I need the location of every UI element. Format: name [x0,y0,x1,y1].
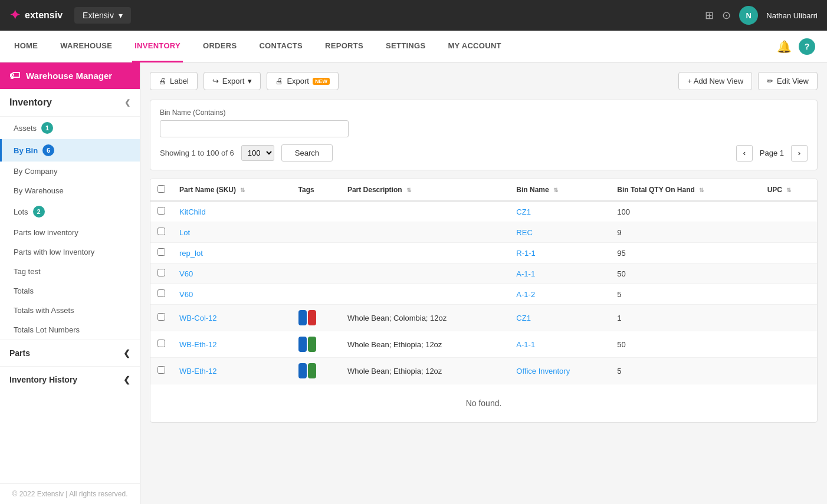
cell-bin-name[interactable]: A-1-1 [509,263,610,284]
parts-collapse-icon[interactable]: ❮ [123,348,130,358]
row-checkbox[interactable] [157,207,165,215]
notification-bell-icon[interactable]: 🔔 [777,39,792,54]
edit-view-button[interactable]: ✏ Edit View [758,72,818,90]
sort-icon-desc[interactable]: ⇅ [406,187,411,193]
cell-qty: 50 [610,331,760,358]
sort-icon-upc[interactable]: ⇅ [786,187,791,193]
cell-part-name[interactable]: KitChild [172,201,291,222]
data-table: Part Name (SKU) ⇅ Tags Part Description … [150,179,817,384]
cell-qty: 9 [610,222,760,243]
cell-qty: 1 [610,305,760,331]
extensiv-dropdown[interactable]: Extensiv ▾ [74,7,131,24]
export-button[interactable]: ↪ Export ▾ [204,72,261,90]
table-row: WB-Eth-12Whole Bean; Ethiopia; 12ozOffic… [150,358,817,384]
nav-item-inventory[interactable]: INVENTORY [132,31,183,62]
filter-area: Bin Name (Contains) Showing 1 to 100 of … [150,100,818,170]
sidebar-item-by-bin[interactable]: By Bin 6 [0,139,140,162]
grid-icon[interactable]: ⊞ [705,9,714,22]
row-checkbox[interactable] [157,366,165,374]
cell-tags [291,243,340,263]
nav-item-myaccount[interactable]: MY ACCOUNT [445,31,503,62]
cell-part-name[interactable]: WB-Eth-12 [172,358,291,384]
table-row: V60A-1-150 [150,263,817,284]
cell-bin-name[interactable]: A-1-2 [509,284,610,305]
top-bar-left: ✦ extensiv Extensiv ▾ [9,7,131,24]
page-label: Page 1 [755,149,789,157]
table-row: WB-Col-12Whole Bean; Colombia; 12ozCZ11 [150,305,817,331]
cell-bin-name[interactable]: REC [509,222,610,243]
add-new-view-button[interactable]: + Add New View [678,72,752,90]
row-checkbox[interactable] [157,289,165,297]
cell-bin-name[interactable]: R-1-1 [509,243,610,263]
nav-item-settings[interactable]: SETTINGS [383,31,428,62]
sort-icon-bin[interactable]: ⇅ [553,187,558,193]
cell-upc [760,243,817,263]
no-found-text: No found. [150,384,817,422]
help-button[interactable]: ? [799,38,815,55]
sidebar-item-assets[interactable]: Assets 1 [0,117,140,139]
inv-history-collapse-icon[interactable]: ❮ [123,375,130,384]
nav-item-warehouse[interactable]: WAREHOUSE [58,31,114,62]
cell-bin-name[interactable]: CZ1 [509,305,610,331]
label-btn-text: Label [170,77,189,85]
select-all-checkbox[interactable] [157,185,165,193]
sidebar-footer: © 2022 Extensiv | All rights reserved. [0,483,140,504]
per-page-select[interactable]: 10 25 50 100 250 [241,145,274,161]
edit-icon: ✏ [767,77,773,85]
row-checkbox-cell [150,358,172,384]
next-page-button[interactable]: › [791,145,808,162]
nav-item-home[interactable]: HOME [12,31,40,62]
row-checkbox[interactable] [157,269,165,276]
globe-icon[interactable]: ⊙ [722,9,731,22]
toolbar: 🖨 Label ↪ Export ▾ 🖨 Export NEW + Add Ne… [150,72,818,90]
sort-icon[interactable]: ⇅ [240,187,245,193]
toolbar-left: 🖨 Label ↪ Export ▾ 🖨 Export NEW [150,72,339,90]
cell-part-name[interactable]: WB-Col-12 [172,305,291,331]
sidebar-collapse-icon[interactable]: ❮ [124,98,130,107]
cell-bin-name[interactable]: Office Inventory [509,358,610,384]
sidebar-item-totals-lot-numbers[interactable]: Totals Lot Numbers [0,320,140,340]
sort-icon-qty[interactable]: ⇅ [699,187,704,193]
row-checkbox[interactable] [157,313,165,321]
cell-part-name[interactable]: V60 [172,263,291,284]
col-description: Part Description ⇅ [340,179,509,201]
search-button[interactable]: Search [281,144,333,162]
cell-bin-name[interactable]: A-1-1 [509,331,610,358]
sidebar-item-parts-low-inventory-2[interactable]: Parts with low Inventory [0,242,140,262]
export-icon: ↪ [212,77,219,85]
cell-part-name[interactable]: V60 [172,284,291,305]
sidebar-item-parts-low-inventory[interactable]: Parts low inventory [0,223,140,242]
row-checkbox[interactable] [157,340,165,347]
sidebar-item-totals[interactable]: Totals [0,281,140,301]
cell-part-name[interactable]: Lot [172,222,291,243]
row-checkbox[interactable] [157,248,165,256]
cell-tags [291,263,340,284]
sidebar-item-tag-test[interactable]: Tag test [0,262,140,281]
cell-upc [760,284,817,305]
label-button[interactable]: 🖨 Label [150,72,198,90]
edit-view-btn-text: Edit View [777,77,809,85]
cell-part-name[interactable]: WB-Eth-12 [172,331,291,358]
sidebar-item-by-company[interactable]: By Company [0,162,140,181]
sidebar-item-totals-assets[interactable]: Totals with Assets [0,301,140,320]
sidebar-item-lots[interactable]: Lots 2 [0,200,140,223]
bin-name-filter-label: Bin Name (Contains) [160,108,808,117]
content-area: 🖨 Label ↪ Export ▾ 🖨 Export NEW + Add Ne… [140,62,827,504]
cell-part-name[interactable]: rep_lot [172,243,291,263]
wm-header: 🏷 Warehouse Manager [0,62,140,89]
by-bin-badge: 6 [42,144,54,156]
export-new-button[interactable]: 🖨 Export NEW [267,72,339,90]
cell-bin-name[interactable]: CZ1 [509,201,610,222]
user-avatar[interactable]: N [739,6,758,25]
row-checkbox[interactable] [157,228,165,235]
cell-qty: 95 [610,243,760,263]
cell-upc [760,222,817,243]
bin-name-input[interactable] [160,120,349,137]
nav-item-contacts[interactable]: CONTACTS [257,31,305,62]
sidebar-totals-assets-label: Totals with Assets [14,306,74,315]
sidebar-item-by-warehouse[interactable]: By Warehouse [0,181,140,200]
cell-qty: 50 [610,263,760,284]
prev-page-button[interactable]: ‹ [736,145,753,162]
nav-item-reports[interactable]: REPORTS [323,31,366,62]
nav-item-orders[interactable]: ORDERS [201,31,239,62]
